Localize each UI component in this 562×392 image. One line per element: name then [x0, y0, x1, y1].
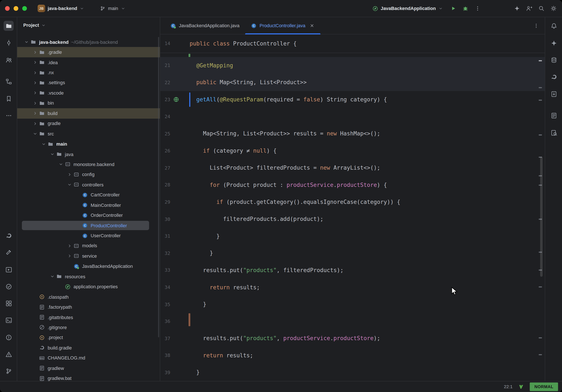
tree-row-javabackendapplication[interactable]: CJavaBackendApplication: [17, 261, 160, 272]
tool-button-project-folder[interactable]: [4, 21, 14, 31]
code-line-34[interactable]: 34 return results;: [160, 279, 545, 296]
line-number[interactable]: 21: [160, 63, 170, 68]
run-button[interactable]: [448, 3, 458, 13]
stripe-mark[interactable]: [539, 87, 542, 88]
code-line-32[interactable]: 32 }: [160, 245, 545, 262]
line-number[interactable]: 23: [160, 97, 170, 102]
stripe-mark[interactable]: [539, 337, 542, 338]
tree-row-application-properties[interactable]: application.properties: [17, 282, 160, 292]
tree-row-controllers[interactable]: controllers: [17, 180, 160, 190]
rest-endpoint-icon[interactable]: [170, 96, 190, 103]
tool-button-notifications[interactable]: [549, 21, 559, 31]
zoom-window-button[interactable]: [22, 6, 27, 11]
chevron-down-icon[interactable]: [66, 182, 73, 187]
tree-row-resources[interactable]: resources: [17, 272, 160, 282]
chevron-down-icon[interactable]: [49, 274, 56, 279]
line-number[interactable]: 30: [160, 216, 170, 222]
editor-tab-productcontroller-java[interactable]: CProductController.java: [245, 17, 321, 34]
line-number[interactable]: 36: [160, 319, 170, 324]
tree-row-vscode[interactable]: .vscode: [17, 88, 160, 98]
chevron-down-icon[interactable]: [23, 39, 30, 45]
tool-button-terminal[interactable]: [4, 315, 14, 325]
code-line-25[interactable]: 25 Map<String, List<Product>> results = …: [160, 125, 545, 142]
tool-button-problems[interactable]: [4, 332, 14, 342]
tree-row-build[interactable]: build: [17, 108, 160, 119]
tree-row-idea[interactable]: .idea: [17, 57, 160, 68]
editor-scrollbar[interactable]: [540, 157, 543, 277]
tree-row-monostore-backend[interactable]: monostore.backend: [17, 159, 160, 169]
stripe-mark[interactable]: [539, 100, 542, 101]
code-line-31[interactable]: 31 }: [160, 228, 545, 245]
caret-position[interactable]: 22:1: [504, 384, 513, 389]
chevron-right-icon[interactable]: [32, 101, 39, 106]
code-line-39[interactable]: 39 }: [160, 364, 545, 381]
tree-row-config[interactable]: config: [17, 169, 160, 180]
line-number[interactable]: 35: [160, 302, 170, 307]
tool-button-bookmarks[interactable]: [4, 94, 14, 104]
line-number[interactable]: 27: [160, 165, 170, 170]
line-number[interactable]: 14: [160, 41, 170, 46]
chevron-down-icon[interactable]: [49, 152, 56, 157]
code-line-22[interactable]: 22 public Map<String, List<Product>>: [160, 74, 545, 91]
code-line-26[interactable]: 26 if (category ≠ null) {: [160, 142, 545, 159]
more-actions-button[interactable]: [472, 3, 482, 13]
run-config-widget[interactable]: JavaBackendApplication: [370, 4, 446, 13]
stripe-mark[interactable]: [539, 286, 542, 287]
line-number[interactable]: 32: [160, 250, 170, 256]
code-line-24[interactable]: 24: [160, 108, 545, 125]
tree-row-cartcontroller[interactable]: CCartController: [17, 190, 160, 200]
ai-assistant-button[interactable]: [512, 3, 522, 13]
chevron-down-icon[interactable]: [32, 131, 39, 136]
tool-button-structure[interactable]: [4, 76, 14, 86]
chevron-right-icon[interactable]: [32, 121, 39, 126]
chevron-down-icon[interactable]: [57, 162, 65, 167]
line-number[interactable]: 31: [160, 233, 170, 239]
project-tree-scrollbar[interactable]: [158, 37, 159, 337]
tool-button-ai-assistant[interactable]: [549, 38, 559, 48]
chevron-right-icon[interactable]: [32, 80, 39, 85]
tree-row-settings[interactable]: .settings: [17, 78, 160, 88]
line-number[interactable]: 22: [160, 80, 170, 85]
code-line-36[interactable]: 36: [160, 313, 545, 330]
code-line-23[interactable]: 23 getAll(@RequestParam(required = false…: [160, 91, 545, 108]
tool-button-run[interactable]: [4, 264, 14, 274]
code-line-30[interactable]: 30 filteredProducts.add(product);: [160, 211, 545, 227]
project-widget[interactable]: JB java-backend: [35, 3, 87, 14]
tool-button-pull-requests[interactable]: [4, 55, 14, 65]
tool-button-documentation[interactable]: [549, 110, 559, 120]
code-line-29[interactable]: 29 if (product.getCategory().equalsIgnor…: [160, 193, 545, 211]
tool-button-dependencies[interactable]: [549, 89, 559, 99]
search-everywhere-button[interactable]: [536, 3, 546, 13]
tree-row-changelog-md[interactable]: CHANGELOG.md: [17, 353, 160, 363]
code-area[interactable]: 21 @GetMapping22 public Map<String, List…: [160, 53, 545, 381]
tree-row-project[interactable]: .project: [17, 333, 160, 343]
tool-button-more-tools[interactable]: [4, 110, 14, 120]
tree-row-factorypath[interactable]: .factorypath: [17, 302, 160, 312]
chevron-right-icon[interactable]: [66, 243, 73, 249]
code-line-21[interactable]: 21 @GetMapping: [160, 57, 545, 74]
minimize-window-button[interactable]: [14, 6, 18, 11]
line-number[interactable]: 37: [160, 336, 170, 341]
debug-button[interactable]: [460, 3, 470, 13]
ideavim-icon[interactable]: [518, 384, 524, 390]
code-line-35[interactable]: 35 }: [160, 296, 545, 313]
tree-row-models[interactable]: models: [17, 241, 160, 251]
code-with-me-button[interactable]: [524, 3, 534, 13]
tree-row-service[interactable]: service: [17, 251, 160, 261]
chevron-right-icon[interactable]: [66, 254, 73, 259]
tree-row-main[interactable]: main: [17, 139, 160, 149]
tree-row-gitignore[interactable]: .gitignore: [17, 322, 160, 333]
tree-row-nx[interactable]: .nx: [17, 68, 160, 78]
line-number[interactable]: 34: [160, 285, 170, 290]
tree-row-build-gradle[interactable]: build.gradle: [17, 343, 160, 353]
tree-row-productcontroller[interactable]: CProductController: [17, 220, 160, 231]
editor-tab-javabackendapplication-java[interactable]: CJavaBackendApplication.java: [164, 17, 245, 34]
line-number[interactable]: 33: [160, 268, 170, 273]
chevron-right-icon[interactable]: [32, 111, 39, 116]
tool-button-commit[interactable]: [4, 38, 14, 48]
line-number[interactable]: 24: [160, 114, 170, 119]
tool-button-gradle[interactable]: [4, 230, 14, 240]
tool-button-todo[interactable]: [4, 282, 14, 291]
chevron-right-icon[interactable]: [32, 60, 39, 65]
chevron-right-icon[interactable]: [32, 70, 39, 75]
